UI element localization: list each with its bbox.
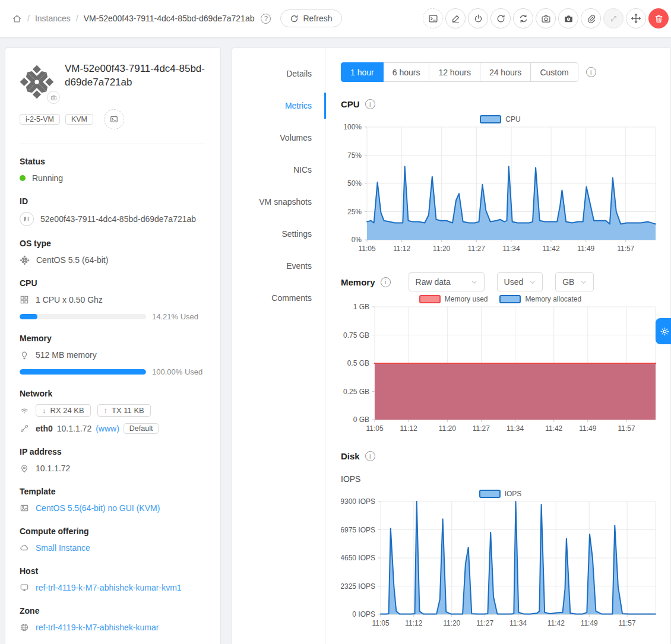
template-label: Template (20, 487, 206, 496)
id-section: ID 52e00f43-7911-4dc4-85bd-d69de7a721ab (20, 196, 206, 226)
time-range-1hour[interactable]: 1 hour (341, 62, 384, 82)
monitor-icon (20, 583, 29, 592)
memory-usage-label: 100.00% Used (152, 367, 202, 376)
refresh-button[interactable]: Refresh (280, 9, 341, 27)
cpu-grid-icon (20, 295, 29, 304)
attach-iso-button[interactable] (581, 8, 601, 28)
status-value: Running (32, 173, 63, 183)
time-range-custom[interactable]: Custom (530, 62, 578, 82)
legend-label: Memory allocated (525, 295, 581, 303)
offering-section: Compute offering Small Instance (20, 526, 206, 554)
svg-text:11:05: 11:05 (372, 619, 389, 627)
snapshot-button[interactable] (536, 8, 556, 28)
cpu-chart-title: CPU (341, 99, 360, 109)
power-button[interactable] (468, 8, 488, 28)
disk-info-icon[interactable]: i (365, 451, 375, 461)
id-label: ID (20, 196, 206, 206)
zone-link[interactable]: ref-trl-4119-k-M7-abhishek-kumar (36, 623, 159, 632)
memory-metric-type-select[interactable]: Raw data (409, 272, 485, 291)
svg-text:11:12: 11:12 (400, 424, 417, 433)
destroy-button[interactable] (648, 8, 669, 28)
tab-metrics[interactable]: Metrics (232, 90, 325, 122)
host-section: Host ref-trl-4119-k-M7-abhishek-kumar-kv… (20, 566, 206, 594)
tx-pill[interactable]: ↑TX 11 KB (97, 404, 151, 417)
cpu-info-icon[interactable]: i (365, 99, 375, 109)
svg-text:1 GB: 1 GB (353, 303, 369, 311)
svg-text:11:57: 11:57 (618, 424, 635, 433)
svg-text:22325 IOPS: 22325 IOPS (341, 582, 375, 591)
template-link[interactable]: CentOS 5.5(64-bit) no GUI (KVM) (36, 503, 160, 513)
legend-label: Memory used (445, 295, 488, 303)
ip-label: IP address (20, 447, 206, 456)
memory-label: Memory (20, 334, 206, 343)
memory-unit-select[interactable]: GB (555, 272, 594, 291)
memory-usage-select[interactable]: Used (497, 272, 543, 291)
change-icon-camera-badge[interactable] (47, 91, 60, 104)
status-label: Status (20, 157, 206, 166)
tab-volumes[interactable]: Volumes (232, 122, 325, 154)
svg-text:11:05: 11:05 (366, 424, 383, 433)
svg-text:11:42: 11:42 (547, 619, 565, 627)
picture-icon (20, 503, 29, 513)
svg-text:11:49: 11:49 (581, 619, 598, 627)
offering-link[interactable]: Small Instance (36, 543, 90, 553)
legend-item[interactable]: Memory used (419, 295, 488, 303)
gear-icon (660, 326, 670, 337)
cpu-section: CPU 1 CPU x 0.50 Ghz 14.21% Used (20, 278, 206, 321)
memory-usage-bar (20, 369, 146, 375)
legend-item[interactable]: IOPS (479, 490, 522, 498)
zone-label: Zone (20, 606, 206, 616)
os-type-section: OS type CentOS 5.5 (64-bit) (20, 239, 206, 266)
rx-pill[interactable]: ↓RX 24 KB (36, 404, 91, 417)
tab-settings[interactable]: Settings (232, 218, 325, 250)
svg-text:11:20: 11:20 (433, 245, 450, 253)
help-icon[interactable]: ? (261, 14, 271, 24)
memory-info-icon[interactable]: i (381, 277, 391, 287)
memory-chart: Memory usedMemory allocated 0 GB0.25 GB0… (341, 295, 660, 435)
legend-item[interactable]: CPU (480, 115, 520, 123)
reload-icon (290, 14, 299, 23)
network-section: Network ↓RX 24 KB ↑TX 11 KB eth0 10.1.1.… (20, 389, 206, 434)
breadcrumb-instances[interactable]: Instances (35, 14, 71, 23)
memory-value: 512 MB memory (36, 350, 97, 360)
time-range-24hours[interactable]: 24 hours (480, 62, 531, 82)
svg-text:0 GB: 0 GB (353, 415, 369, 424)
recurring-snapshot-button[interactable] (558, 8, 578, 28)
console-icon-button[interactable] (104, 109, 124, 129)
reboot-button[interactable] (490, 8, 511, 28)
tab-nics[interactable]: NICs (232, 154, 325, 186)
wifi-icon (20, 406, 29, 415)
zone-section: Zone ref-trl-4119-k-M7-abhishek-kumar (20, 606, 206, 633)
top-header: / Instances / VM-52e00f43-7911-4dc4-85bd… (0, 0, 671, 37)
disk-iops-plot: 0 IOPS22325 IOPS44650 IOPS66975 IOPS8930… (341, 498, 660, 630)
status-section: Status Running (20, 157, 206, 184)
tab-vm-snapshots[interactable]: VM snapshots (232, 186, 325, 218)
home-icon[interactable] (12, 14, 22, 24)
edit-button[interactable] (445, 8, 466, 28)
instance-name-tag: i-2-5-VM (20, 114, 60, 125)
tab-comments[interactable]: Comments (232, 282, 325, 314)
migrate-button[interactable] (626, 8, 646, 28)
legend-swatch (479, 490, 501, 498)
metrics-content: 1 hour 6 hours 12 hours 24 hours Custom … (325, 48, 670, 644)
iops-chart-legend: IOPS (341, 490, 660, 498)
network-name-link[interactable]: (www) (96, 424, 119, 433)
host-link[interactable]: ref-trl-4119-k-M7-abhishek-kumar-kvm1 (36, 583, 182, 592)
tab-events[interactable]: Events (232, 250, 325, 282)
svg-text:0.5 GB: 0.5 GB (347, 359, 369, 367)
memory-plot: 0 GB0.25 GB0.5 GB0.75 GB1 GB11:0511:1211… (341, 303, 660, 435)
console-button[interactable] (423, 8, 443, 28)
time-range-info-icon[interactable]: i (586, 67, 596, 77)
time-range-6hours[interactable]: 6 hours (383, 62, 430, 82)
arrow-up-icon: ↑ (104, 406, 108, 415)
tab-details[interactable]: Details (232, 58, 325, 90)
svg-text:0 IOPS: 0 IOPS (352, 610, 375, 618)
status-running-dot (20, 175, 26, 181)
arrow-down-icon: ↓ (42, 406, 46, 415)
refresh-label: Refresh (303, 14, 332, 23)
theme-settings-button[interactable] (656, 318, 671, 344)
legend-item[interactable]: Memory allocated (499, 295, 581, 303)
reinstall-button[interactable] (513, 8, 533, 28)
time-range-12hours[interactable]: 12 hours (429, 62, 480, 82)
scale-button[interactable] (603, 8, 623, 28)
